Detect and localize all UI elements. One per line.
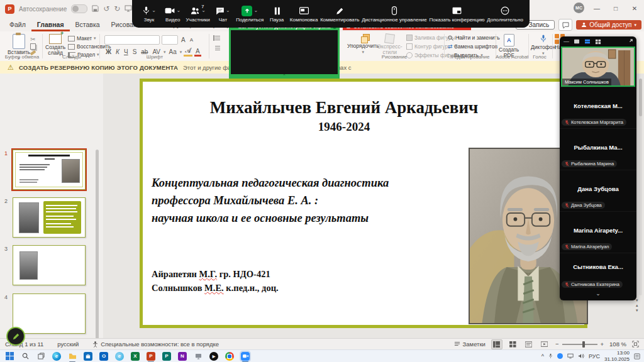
tray-volume-icon[interactable] xyxy=(578,353,584,359)
annotation-pencil-button[interactable] xyxy=(6,327,25,346)
tab-insert[interactable]: Вставка xyxy=(70,19,106,31)
tray-mic-icon[interactable] xyxy=(548,353,553,359)
file-explorer-icon[interactable] xyxy=(68,352,77,361)
slide-nav-arrows[interactable]: ▾▴▾ xyxy=(636,298,638,312)
new-slide-button[interactable]: Создать слайд xyxy=(45,34,65,57)
share-preview-collapse[interactable]: ⌃ xyxy=(229,74,340,79)
store-icon[interactable] xyxy=(84,352,92,361)
toolbar-pause[interactable]: Пауза xyxy=(266,5,287,23)
zoom-slider-handle[interactable] xyxy=(582,341,585,348)
publisher-icon[interactable]: P xyxy=(162,352,171,361)
toolbar-participants[interactable]: 7 ⌄ Участники xyxy=(186,5,209,23)
expand-icon[interactable] xyxy=(627,39,633,45)
accessibility-status[interactable]: Специальные возможности: все в порядке xyxy=(92,341,219,348)
language-indicator[interactable]: РУС xyxy=(589,353,600,359)
chevron-down-icon[interactable]: ⌄ xyxy=(226,8,230,13)
copy-button[interactable] xyxy=(30,43,36,50)
thumbnail-scrollbar[interactable] xyxy=(96,150,99,338)
minimize-button[interactable]: — xyxy=(587,0,606,16)
slide-thumbnail-2[interactable] xyxy=(13,197,86,238)
slide-canvas[interactable]: Михайлычев Евгений Аркадьевич 1946-2024 … xyxy=(140,79,587,328)
view-reading-button[interactable] xyxy=(524,340,534,349)
cut-button[interactable]: ✂ xyxy=(30,36,35,43)
save-icon[interactable] xyxy=(92,5,99,13)
zoom-in-button[interactable]: + xyxy=(601,341,604,348)
participant-tile[interactable]: Дана Зубцова Дана Зубцова xyxy=(560,170,636,211)
fit-to-window-icon[interactable] xyxy=(632,341,639,348)
slide-thumbnail-3[interactable] xyxy=(13,245,86,285)
media-player-icon[interactable]: ▶ xyxy=(209,352,218,361)
autosave-toggle[interactable] xyxy=(71,4,87,13)
toolbar-video[interactable]: ⌄ Видео xyxy=(162,5,184,23)
font-shrink-button[interactable]: А xyxy=(189,37,194,43)
view-slideshow-button[interactable] xyxy=(540,340,550,349)
chevron-down-icon[interactable]: ⌄ xyxy=(152,8,156,13)
start-button[interactable] xyxy=(5,352,14,361)
panel-collapse-chevron[interactable]: ⌄ xyxy=(560,289,636,297)
toolbar-remote-control[interactable]: Дистанционное управление xyxy=(362,5,427,23)
remote-desktop-icon[interactable] xyxy=(194,352,203,361)
find-replace-button[interactable]: Найти и заменить xyxy=(448,35,500,41)
tab-home[interactable]: Главная xyxy=(31,19,70,31)
slide-thumbnail-4[interactable] xyxy=(13,293,86,334)
layout-button[interactable]: Макет▾ xyxy=(68,35,96,41)
view-normal-button[interactable] xyxy=(491,339,502,349)
toolbar-share-screen[interactable]: ⌄ Поделиться xyxy=(236,5,264,23)
view-sorter-button[interactable] xyxy=(508,340,518,349)
tray-expand-icon[interactable]: ^ xyxy=(541,353,544,359)
zoom-app-icon[interactable] xyxy=(241,352,250,361)
toolbar-annotate[interactable]: Комментировать xyxy=(320,5,359,23)
toolbar-more[interactable]: Дополнительно xyxy=(487,5,523,23)
share-button[interactable]: Общий доступ ▾ xyxy=(576,20,641,30)
onenote-icon[interactable]: N xyxy=(178,352,187,361)
edge-icon[interactable]: e xyxy=(52,352,61,361)
comments-button[interactable] xyxy=(558,19,572,31)
maximize-button[interactable]: □ xyxy=(606,0,625,16)
slideshow-icon[interactable] xyxy=(125,5,132,13)
quick-styles-button[interactable]: Экспресс- стили xyxy=(377,34,402,56)
speaker-view-icon[interactable] xyxy=(574,39,580,44)
taskbar-clock[interactable]: 13:00 31.10.2025 xyxy=(604,350,630,361)
zoom-slider[interactable]: − + xyxy=(555,341,604,348)
internet-explorer-icon[interactable]: e xyxy=(115,352,124,361)
undo-icon[interactable]: ↺ xyxy=(103,5,109,13)
tray-zoom-icon[interactable] xyxy=(557,353,563,359)
bullets-button[interactable] xyxy=(213,35,220,41)
participant-tile[interactable]: Сытникова Ека... Сытникова Екатерина xyxy=(560,253,636,289)
task-view-icon[interactable] xyxy=(36,352,45,361)
excel-icon[interactable]: X xyxy=(131,352,140,361)
participant-tile[interactable]: Котелевская М... Котелевская Маргарита xyxy=(560,87,636,128)
chevron-down-icon[interactable]: ⌄ xyxy=(253,8,258,13)
zoom-out-button[interactable]: − xyxy=(555,341,559,348)
chevron-down-icon[interactable]: ⌄ xyxy=(176,8,180,13)
participant-tile[interactable]: Рыбалкина Ма... Рыбалкина Марина xyxy=(560,128,636,170)
tab-file[interactable]: Файл xyxy=(4,19,31,31)
chrome-icon[interactable] xyxy=(225,352,234,361)
numbering-button[interactable] xyxy=(213,45,220,51)
tray-network-icon[interactable] xyxy=(567,353,574,359)
font-name-select[interactable] xyxy=(104,35,160,45)
powerpoint-icon[interactable]: P xyxy=(147,352,155,361)
active-speaker-video[interactable]: Максим Солнышков xyxy=(561,47,635,87)
slide-thumbnail-1[interactable] xyxy=(13,150,86,190)
redo-icon[interactable]: ↻ xyxy=(114,5,120,13)
toolbar-layout[interactable]: Компоновка xyxy=(290,5,318,23)
replace-fonts-button[interactable]: ⇄ Замена шрифтов xyxy=(448,43,497,50)
outlook-icon[interactable]: O xyxy=(99,352,108,361)
gallery-view-icon[interactable] xyxy=(584,39,591,44)
panel-minimize-icon[interactable]: — xyxy=(564,38,569,45)
font-grow-button[interactable]: А xyxy=(180,36,187,43)
font-size-select[interactable] xyxy=(162,35,178,45)
language-status[interactable]: русский xyxy=(57,341,79,348)
toolbar-show-meeting[interactable]: Показать конференцию xyxy=(429,5,484,23)
close-button[interactable]: ✕ xyxy=(625,0,644,16)
slide-scrollbar[interactable] xyxy=(639,79,642,295)
zoom-level[interactable]: 108 % xyxy=(609,341,626,348)
participant-tile[interactable]: Marina Airapety... Marina Airapetyan xyxy=(560,211,636,253)
notification-center-icon[interactable] xyxy=(634,353,640,359)
search-icon[interactable] xyxy=(21,352,30,361)
toolbar-audio[interactable]: ⌄ Звук xyxy=(138,5,160,23)
arrange-button[interactable]: Упорядочить▾ xyxy=(347,34,379,55)
account-avatar[interactable]: МС xyxy=(574,3,584,13)
grid-view-icon[interactable] xyxy=(595,39,601,45)
